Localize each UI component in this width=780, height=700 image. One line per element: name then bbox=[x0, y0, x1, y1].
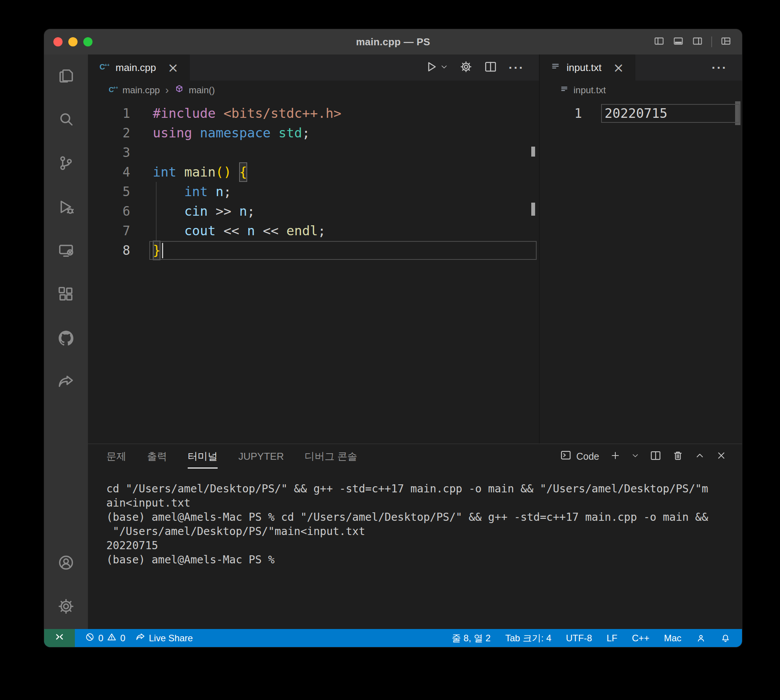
cursor-position-status[interactable]: 줄 8, 열 2 bbox=[452, 629, 490, 647]
status-left: 0 0 Live Share bbox=[44, 629, 193, 647]
toggle-sidebar-right-icon[interactable] bbox=[692, 36, 703, 48]
close-panel-icon[interactable] bbox=[716, 450, 727, 462]
bottom-panel: 문제출력터미널JUPYTER디버그 콘솔 Code cd bbox=[88, 443, 742, 629]
code-line[interactable]: 4int main() { bbox=[88, 162, 539, 182]
encoding-status[interactable]: UTF-8 bbox=[566, 629, 592, 647]
symbol-method-icon bbox=[174, 84, 184, 96]
editor-settings-gear-icon[interactable] bbox=[460, 60, 473, 75]
code-line[interactable]: 120220715 bbox=[540, 103, 742, 123]
split-terminal-icon[interactable] bbox=[650, 450, 662, 463]
terminal-line: "/Users/amel/Desktop/PS/"main<input.txt bbox=[106, 524, 730, 538]
line-number: 8 bbox=[88, 241, 130, 260]
maximize-panel-icon[interactable] bbox=[694, 450, 705, 462]
close-tab-icon[interactable]: × bbox=[613, 61, 624, 74]
terminal-line: cd "/Users/amel/Desktop/PS/" && g++ -std… bbox=[106, 482, 730, 496]
more-actions-icon[interactable]: ··· bbox=[712, 61, 727, 75]
line-number: 7 bbox=[88, 221, 130, 241]
code-line[interactable]: 8} bbox=[88, 241, 539, 260]
feedback-icon[interactable] bbox=[696, 629, 706, 647]
terminal-line: ain<input.txt bbox=[106, 496, 730, 510]
panel-tab[interactable]: 문제 bbox=[106, 444, 126, 468]
code-line[interactable]: 3 bbox=[88, 143, 539, 162]
play-icon bbox=[425, 60, 438, 75]
code-line[interactable]: 1#include <bits/stdc++.h> bbox=[88, 103, 539, 123]
svg-text:++: ++ bbox=[104, 62, 109, 67]
code-editor-main-cpp[interactable]: 1#include <bits/stdc++.h>2using namespac… bbox=[88, 100, 539, 443]
code-line[interactable]: 2using namespace std; bbox=[88, 123, 539, 143]
code-line[interactable]: 5 int n; bbox=[88, 182, 539, 202]
terminal-profiles-chevron-icon[interactable] bbox=[632, 452, 639, 461]
settings-button[interactable] bbox=[44, 585, 88, 629]
breadcrumb-left: C++ main.cpp › main() bbox=[88, 81, 539, 100]
minimize-window-button[interactable] bbox=[68, 37, 78, 47]
code-text: using namespace std; bbox=[153, 123, 310, 143]
live-share-label: Live Share bbox=[149, 633, 193, 643]
breadcrumb-symbol[interactable]: main() bbox=[189, 85, 215, 95]
tab-input-txt[interactable]: input.txt × bbox=[540, 55, 635, 81]
editor-actions: ··· bbox=[425, 55, 539, 81]
terminal-output[interactable]: cd "/Users/amel/Desktop/PS/" && g++ -std… bbox=[88, 468, 742, 629]
tab-main-cpp[interactable]: C++ main.cpp × bbox=[88, 55, 190, 81]
problems-status[interactable]: 0 0 bbox=[85, 629, 125, 647]
window-title: main.cpp — PS bbox=[44, 36, 742, 48]
status-bar: 0 0 Live Share 줄 8, 열 2 Tab 크기: 4 UTF-8 … bbox=[44, 629, 742, 647]
activity-extensions-button[interactable] bbox=[44, 273, 88, 317]
breadcrumb-file[interactable]: main.cpp bbox=[122, 85, 160, 95]
activity-run-debug-button[interactable] bbox=[44, 186, 88, 230]
warning-icon bbox=[107, 632, 117, 644]
editor-groups: C++ main.cpp × ··· bbox=[88, 55, 742, 443]
error-icon bbox=[85, 632, 95, 644]
remote-icon bbox=[54, 632, 65, 645]
panel-tab[interactable]: 디버그 콘솔 bbox=[304, 444, 357, 468]
language-mode-status[interactable]: C++ bbox=[632, 629, 649, 647]
code-line[interactable]: 7 cout << n << endl; bbox=[88, 221, 539, 241]
activity-source-control-button[interactable] bbox=[44, 142, 88, 186]
panel-actions: Code bbox=[560, 444, 742, 468]
more-actions-icon[interactable]: ··· bbox=[508, 61, 524, 75]
layout-controls bbox=[654, 29, 731, 55]
remote-indicator[interactable] bbox=[44, 629, 75, 647]
live-share-icon bbox=[135, 632, 145, 644]
source-control-icon bbox=[57, 154, 75, 173]
extensions-icon bbox=[57, 285, 75, 305]
activity-live-share-button[interactable] bbox=[44, 361, 88, 405]
toggle-panel-icon[interactable] bbox=[673, 36, 683, 48]
title-bar[interactable]: main.cpp — PS bbox=[44, 29, 742, 55]
tab-bar-left: C++ main.cpp × ··· bbox=[88, 55, 539, 81]
terminal-profile-button[interactable]: Code bbox=[560, 449, 599, 463]
code-editor-input-txt[interactable]: 120220715 bbox=[540, 100, 742, 443]
eol-status[interactable]: LF bbox=[607, 629, 617, 647]
code-line[interactable]: 6 cin >> n; bbox=[88, 202, 539, 221]
activity-explorer-button[interactable] bbox=[44, 55, 88, 98]
breadcrumb-file[interactable]: input.txt bbox=[573, 85, 606, 95]
customize-layout-icon[interactable] bbox=[720, 36, 731, 48]
line-number: 5 bbox=[88, 182, 130, 202]
status-right: 줄 8, 열 2 Tab 크기: 4 UTF-8 LF C++ Mac bbox=[452, 629, 742, 647]
panel-tab[interactable]: JUPYTER bbox=[238, 444, 284, 468]
text-file-icon bbox=[560, 85, 569, 96]
shell-status[interactable]: Mac bbox=[664, 629, 682, 647]
panel-tab-bar: 문제출력터미널JUPYTER디버그 콘솔 bbox=[106, 444, 357, 468]
tab-size-status[interactable]: Tab 크기: 4 bbox=[505, 629, 551, 647]
terminal-line: 20220715 bbox=[106, 538, 730, 553]
account-button[interactable] bbox=[44, 542, 88, 585]
run-button[interactable] bbox=[425, 60, 448, 75]
new-terminal-icon[interactable] bbox=[610, 450, 621, 462]
close-tab-icon[interactable]: × bbox=[168, 61, 179, 74]
split-editor-icon[interactable] bbox=[484, 60, 497, 75]
cpp-file-icon: C++ bbox=[108, 84, 118, 96]
activity-remote-explorer-button[interactable] bbox=[44, 230, 88, 273]
close-window-button[interactable] bbox=[53, 37, 63, 47]
notifications-bell-icon[interactable] bbox=[720, 629, 730, 647]
activity-github-button[interactable] bbox=[44, 317, 88, 361]
live-share-status[interactable]: Live Share bbox=[135, 629, 193, 647]
kill-terminal-icon[interactable] bbox=[672, 450, 683, 463]
panel-tab[interactable]: 출력 bbox=[147, 444, 167, 468]
terminal-line: (base) amel@Amels-Mac PS % cd "/Users/am… bbox=[106, 510, 730, 524]
text-cursor bbox=[162, 243, 163, 258]
toggle-sidebar-left-icon[interactable] bbox=[654, 36, 665, 48]
panel-tab[interactable]: 터미널 bbox=[188, 444, 218, 468]
zoom-window-button[interactable] bbox=[83, 37, 93, 47]
activity-search-button[interactable] bbox=[44, 98, 88, 142]
explorer-icon bbox=[57, 67, 75, 86]
